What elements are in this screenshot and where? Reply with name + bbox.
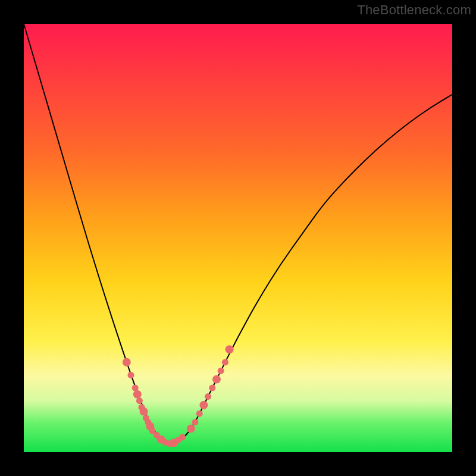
data-marker	[199, 401, 208, 409]
data-marker	[187, 424, 195, 433]
watermark-text: TheBottleneck.com	[357, 2, 471, 18]
data-marker	[179, 434, 186, 440]
data-marker	[226, 345, 234, 353]
plot-area	[24, 24, 452, 452]
curve-svg	[24, 24, 452, 452]
data-marker	[205, 393, 211, 400]
data-marker	[218, 368, 224, 374]
data-marker	[212, 375, 221, 384]
marker-group	[123, 345, 234, 447]
chart-canvas: TheBottleneck.com	[0, 0, 476, 476]
data-marker	[136, 397, 143, 404]
data-marker	[209, 385, 215, 392]
data-marker	[128, 372, 134, 378]
data-marker	[123, 358, 131, 367]
bottleneck-curve	[24, 24, 452, 443]
data-marker	[140, 408, 148, 416]
data-marker	[196, 411, 203, 417]
data-marker	[133, 390, 142, 399]
data-marker	[192, 419, 199, 425]
data-marker	[222, 359, 228, 365]
